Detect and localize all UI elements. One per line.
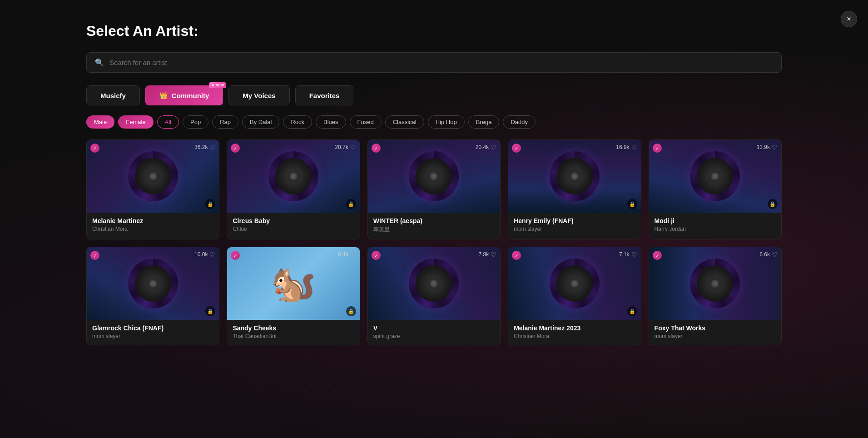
artist-card[interactable]: ✓ 20.7k ♡ 🔒 Circus Baby Chloe	[227, 139, 360, 239]
close-icon: ×	[847, 15, 851, 23]
verified-badge: ✓	[653, 144, 662, 153]
tab-favorites[interactable]: Favorites	[295, 85, 354, 105]
artist-card[interactable]: ✓ 16.9k ♡ 🔒 Henry Emily (FNAF) mom slaye…	[508, 139, 641, 239]
search-bar: 🔍	[86, 52, 782, 73]
artist-card[interactable]: ✓ 20.4k ♡ WINTER (aespa) 草美里	[367, 139, 501, 239]
filter-male[interactable]: Male	[86, 115, 114, 129]
likes-count: 16.9k	[616, 144, 629, 150]
likes-count: 20.4k	[476, 144, 489, 150]
artist-creator: 草美里	[373, 226, 495, 234]
filter-rock[interactable]: Rock	[283, 115, 312, 129]
artist-creator: Harry Jordan	[655, 226, 776, 232]
page-title: Select An Artist:	[86, 23, 782, 40]
artists-grid: ✓ 36.2k ♡ 🔒 Melanie Martinez Christian M…	[86, 139, 782, 345]
artist-creator: Chloe	[233, 226, 354, 232]
tab-musicfy[interactable]: Musicfy	[86, 85, 140, 105]
heart-icon: ♡	[350, 144, 356, 151]
card-info: WINTER (aespa) 草美里	[368, 213, 500, 239]
filter-blues[interactable]: Blues	[316, 115, 346, 129]
heart-icon: ♡	[209, 251, 215, 258]
lock-icon: 🔒	[627, 306, 637, 316]
card-info: V spirit graze	[368, 320, 500, 345]
artist-name: Melanie Martinez 2023	[514, 324, 635, 332]
verified-badge: ✓	[372, 144, 381, 153]
tabs-container: Musicfy 👑 Community ★ NEW My Voices Favo…	[86, 85, 782, 105]
artist-creator: Christian Mora	[92, 226, 213, 232]
artist-card[interactable]: ✓ 7.8k ♡ V spirit graze	[367, 247, 501, 345]
card-info: Henry Emily (FNAF) mom slayer	[508, 213, 640, 238]
likes-count: 7.8k	[479, 251, 489, 258]
artist-card[interactable]: ✓ 36.2k ♡ 🔒 Melanie Martinez Christian M…	[86, 139, 219, 239]
heart-icon: ♡	[631, 251, 637, 258]
artist-creator: mom slayer	[655, 333, 776, 339]
filter-brega[interactable]: Brega	[468, 115, 500, 129]
artist-card[interactable]: ✓ 7.1k ♡ 🔒 Melanie Martinez 2023 Christi…	[508, 247, 641, 345]
lock-icon: 🔒	[627, 199, 637, 209]
filter-classical[interactable]: Classical	[385, 115, 424, 129]
card-info: Sandy Cheeks That CanadianBrit	[227, 320, 359, 345]
tab-my-voices[interactable]: My Voices	[228, 85, 289, 105]
search-icon: 🔍	[95, 58, 104, 67]
card-likes: 36.2k ♡	[194, 144, 215, 151]
card-info: Melanie Martinez 2023 Christian Mora	[508, 320, 640, 345]
lock-icon: 🔒	[346, 306, 356, 316]
artist-name: V	[373, 324, 495, 332]
likes-count: 13.9k	[757, 144, 770, 150]
artist-name: Glamrock Chica (FNAF)	[92, 324, 213, 332]
card-likes: 8.4k ♡	[338, 251, 356, 258]
card-likes: 6.6k ♡	[759, 251, 778, 258]
verified-badge: ✓	[372, 251, 381, 260]
likes-count: 36.2k	[194, 144, 208, 150]
artist-name: Circus Baby	[233, 217, 354, 224]
artist-card[interactable]: ✓ 10.0k ♡ 🔒 Glamrock Chica (FNAF) mom sl…	[86, 247, 219, 345]
card-likes: 13.9k ♡	[757, 144, 778, 151]
heart-icon: ♡	[209, 144, 215, 151]
tab-musicfy-label: Musicfy	[100, 92, 126, 100]
card-likes: 20.7k ♡	[335, 144, 356, 151]
filter-female[interactable]: Female	[118, 115, 153, 129]
artist-name: Foxy That Works	[655, 324, 776, 332]
close-button[interactable]: ×	[841, 11, 857, 27]
card-likes: 7.8k ♡	[479, 251, 497, 258]
card-likes: 7.1k ♡	[619, 251, 637, 258]
filter-daddy[interactable]: Daddy	[503, 115, 536, 129]
heart-icon: ♡	[772, 251, 778, 258]
card-likes: 20.4k ♡	[476, 144, 496, 151]
card-info: Foxy That Works mom slayer	[649, 320, 781, 345]
artist-name: Sandy Cheeks	[233, 324, 354, 332]
heart-icon: ♡	[350, 251, 356, 258]
likes-count: 6.6k	[759, 251, 770, 258]
likes-count: 20.7k	[335, 144, 348, 150]
card-info: Glamrock Chica (FNAF) mom slayer	[87, 320, 219, 345]
likes-count: 7.1k	[619, 251, 630, 258]
crown-icon: 👑	[159, 91, 168, 100]
filter-by-dalal[interactable]: By Dalal	[242, 115, 279, 129]
verified-badge: ✓	[653, 251, 662, 260]
artist-name: Melanie Martinez	[92, 217, 213, 224]
artist-card[interactable]: ✓ 6.6k ♡ Foxy That Works mom slayer	[649, 247, 782, 345]
filter-pop[interactable]: Pop	[183, 115, 208, 129]
filter-fused[interactable]: Fused	[350, 115, 382, 129]
card-info: Modi ji Harry Jordan	[649, 213, 781, 238]
artist-creator: mom slayer	[514, 226, 635, 232]
artist-creator: spirit graze	[373, 333, 495, 339]
likes-count: 8.4k	[338, 251, 348, 258]
filter-all[interactable]: All	[157, 115, 179, 129]
artist-card[interactable]: ✓ 13.9k ♡ 🔒 Modi ji Harry Jordan	[649, 139, 782, 239]
verified-badge: ✓	[90, 251, 99, 260]
lock-icon: 🔒	[768, 199, 778, 209]
card-info: Circus Baby Chloe	[227, 213, 359, 238]
search-input[interactable]	[109, 59, 773, 66]
filter-rap[interactable]: Rap	[212, 115, 238, 129]
tab-my-voices-label: My Voices	[243, 92, 275, 100]
card-likes: 16.9k ♡	[616, 144, 637, 151]
artist-creator: Christian Mora	[514, 333, 635, 339]
artist-card[interactable]: 🐿️ ✓ 8.4k ♡ 🔒 Sandy Cheeks That Canadian…	[227, 247, 360, 345]
filter-hip-hop[interactable]: Hip Hop	[428, 115, 465, 129]
card-info: Melanie Martinez Christian Mora	[87, 213, 219, 238]
tab-community[interactable]: 👑 Community ★ NEW	[145, 85, 223, 105]
lock-icon: 🔒	[346, 199, 356, 209]
card-likes: 10.0k ♡	[194, 251, 215, 258]
verified-badge: ✓	[90, 144, 99, 153]
artist-name: Modi ji	[655, 217, 776, 224]
